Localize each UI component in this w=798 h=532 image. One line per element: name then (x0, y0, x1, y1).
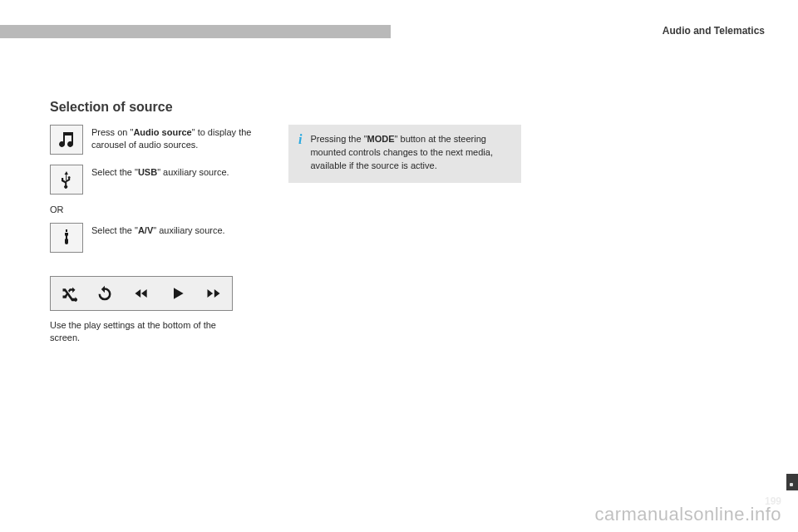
next-track-icon[interactable] (205, 285, 222, 302)
watermark: carmanualsonline.info (594, 504, 781, 525)
row-usb-text: Select the "USB" auxiliary source. (91, 165, 229, 179)
or-separator: OR (50, 204, 748, 214)
text-bold: Audio source (133, 127, 191, 137)
jack-plug-icon (50, 223, 83, 253)
repeat-icon[interactable] (96, 285, 113, 302)
row-av: Select the "A/V" auxiliary source. (50, 223, 748, 253)
text-bold: A/V (138, 225, 153, 235)
info-icon: i (298, 133, 302, 146)
previous-track-icon[interactable] (133, 285, 150, 302)
row-av-text: Select the "A/V" auxiliary source. (91, 223, 225, 237)
shuffle-icon[interactable] (61, 285, 77, 302)
text-part: " auxiliary source. (157, 167, 229, 177)
text-part: Pressing the " (310, 134, 367, 144)
header-bar (0, 25, 391, 38)
info-text: Pressing the "MODE" button at the steeri… (310, 133, 511, 173)
play-icon[interactable] (170, 285, 186, 302)
info-box: i Pressing the "MODE" button at the stee… (288, 125, 521, 183)
text-bold: USB (138, 167, 157, 177)
page-edge-dot (790, 483, 793, 486)
text-part: Select the " (91, 225, 138, 235)
row-audio-source-text: Press on "Audio source" to display the c… (91, 125, 266, 151)
play-controls-caption: Use the play settings at the bottom of t… (50, 319, 241, 344)
text-part: Select the " (91, 167, 138, 177)
music-note-icon (50, 125, 83, 155)
text-part: " auxiliary source. (153, 225, 224, 235)
header-category: Audio and Telematics (663, 25, 765, 37)
section-title: Selection of source (50, 100, 748, 115)
text-part: Press on " (91, 127, 133, 137)
usb-icon (50, 165, 83, 195)
play-controls-bar (50, 276, 233, 311)
page-edge-tab (786, 474, 798, 490)
text-bold: MODE (367, 134, 395, 144)
